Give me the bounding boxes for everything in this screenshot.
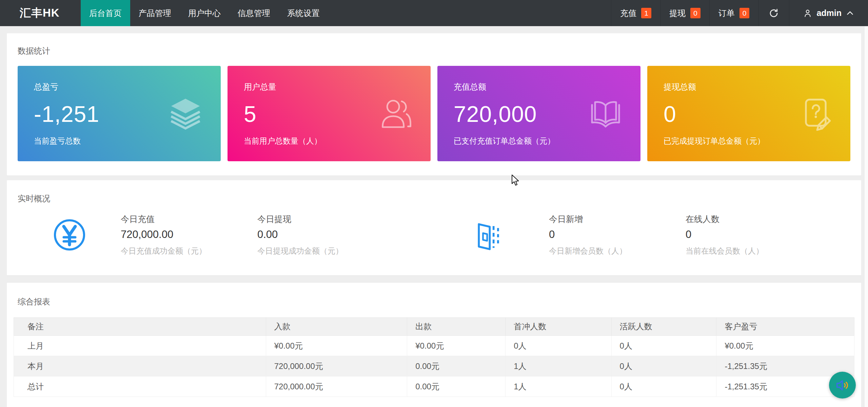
realtime-panel: 实时概况 今日充值 720,000.00 今日充值成功金额（元） 今日提现 0.…: [7, 180, 861, 275]
col-deposit: 入款: [266, 318, 407, 336]
sound-fab-button[interactable]: [829, 372, 856, 399]
main-menu: 后台首页 产品管理 用户中心 信息管理 系统设置: [81, 0, 328, 26]
card-desc: 当前盈亏总数: [34, 136, 204, 146]
mouse-cursor: [511, 174, 520, 186]
data-stats-panel: 数据统计 总盈亏 -1,251 当前盈亏总数 用户总量 5 当前用户总数量（人）: [7, 33, 861, 175]
quick-withdraw-label: 提现: [669, 8, 686, 19]
tab-settings[interactable]: 系统设置: [279, 0, 328, 26]
col-active-users: 活跃人数: [611, 318, 716, 336]
report-table: 备注 入款 出款 首冲人数 活跃人数 客户盈亏 上月 ¥0.00元 ¥0.00元…: [14, 317, 854, 397]
card-label: 提现总额: [664, 81, 834, 92]
realtime-title: 实时概况: [18, 193, 861, 204]
stat-card-total-recharge: 充值总额 720,000 已支付充值订单总金额（元）: [437, 66, 640, 161]
stat-card-total-users: 用户总量 5 当前用户总数量（人）: [228, 66, 431, 161]
report-title: 综合报表: [14, 296, 854, 307]
card-label: 充值总额: [454, 81, 624, 92]
stat-card-total-withdraw: 提现总额 0 已完成提现订单总金额（元）: [647, 66, 850, 161]
stat-card-total-profit: 总盈亏 -1,251 当前盈亏总数: [18, 66, 221, 161]
card-label: 总盈亏: [34, 81, 204, 92]
card-label: 用户总量: [244, 81, 414, 92]
card-desc: 当前用户总数量（人）: [244, 136, 414, 146]
withdraw-count-badge: 0: [690, 8, 701, 18]
quick-orders[interactable]: 订单 0: [709, 0, 758, 26]
layers-icon: [167, 96, 204, 131]
tab-products[interactable]: 产品管理: [130, 0, 180, 26]
table-header-row: 备注 入款 出款 首冲人数 活跃人数 客户盈亏: [14, 318, 854, 336]
app-logo: 汇丰HK: [0, 0, 81, 26]
realtime-row: 今日充值 720,000.00 今日充值成功金额（元） 今日提现 0.00 今日…: [18, 214, 861, 256]
stat-today-withdraw: 今日提现 0.00 今日提现成功金额（元）: [257, 214, 474, 256]
person-icon: [803, 8, 812, 18]
tab-dashboard[interactable]: 后台首页: [81, 0, 130, 26]
yen-circle-icon: [53, 218, 86, 252]
card-desc: 已支付充值订单总金额（元）: [454, 136, 624, 146]
top-navbar: 汇丰HK 后台首页 产品管理 用户中心 信息管理 系统设置 充值 1 提现 0 …: [0, 0, 868, 26]
stat-cards-row: 总盈亏 -1,251 当前盈亏总数 用户总量 5 当前用户总数量（人） 充值总额: [18, 66, 850, 161]
stat-online-members: 在线人数 0 当前在线会员数（人）: [686, 214, 764, 256]
chevron-up-icon: [846, 9, 854, 18]
quick-orders-label: 订单: [718, 8, 735, 19]
table-row-last-month: 上月 ¥0.00元 ¥0.00元 0人 0人 ¥0.00元: [14, 336, 854, 356]
quick-recharge-label: 充值: [620, 8, 636, 19]
building-icon: [474, 219, 503, 251]
refresh-icon: [769, 8, 779, 18]
open-book-icon: [588, 97, 624, 131]
col-remark: 备注: [14, 318, 266, 336]
report-panel: 综合报表 备注 入款 出款 首冲人数 活跃人数 客户盈亏 上月 ¥0.00元 ¥…: [7, 283, 861, 407]
user-menu[interactable]: admin: [789, 0, 868, 26]
data-stats-title: 数据统计: [18, 45, 850, 56]
orders-count-badge: 0: [739, 8, 750, 18]
navbar-right: 充值 1 提现 0 订单 0 admin: [611, 0, 868, 26]
tab-info[interactable]: 信息管理: [229, 0, 279, 26]
document-question-icon: [798, 96, 833, 131]
col-payout: 出款: [407, 318, 506, 336]
recharge-count-badge: 1: [641, 8, 651, 18]
vertical-scrollbar[interactable]: [865, 26, 868, 407]
stat-today-new-members: 今日新增 0 今日新增会员数（人）: [549, 214, 686, 256]
tab-users[interactable]: 用户中心: [180, 0, 229, 26]
username: admin: [816, 8, 842, 18]
col-first-recharge: 首冲人数: [506, 318, 611, 336]
refresh-button[interactable]: [758, 0, 789, 26]
speaker-icon: [834, 377, 851, 393]
quick-withdraw[interactable]: 提现 0: [660, 0, 709, 26]
admin-dashboard: { "navbar": { "logo": "汇丰HK", "menu": [ …: [0, 0, 868, 407]
card-desc: 已完成提现订单总金额（元）: [664, 136, 834, 146]
users-icon: [378, 96, 414, 131]
table-row-this-month: 本月 720,000.00元 0.00元 1人 0人 -1,251.35元: [14, 356, 854, 376]
quick-recharge[interactable]: 充值 1: [611, 0, 660, 26]
table-row-total: 总计 720,000.00元 0.00元 1人 0人 -1,251.35元: [14, 376, 854, 397]
col-customer-pl: 客户盈亏: [716, 318, 854, 336]
stat-today-recharge: 今日充值 720,000.00 今日充值成功金额（元）: [121, 214, 257, 256]
